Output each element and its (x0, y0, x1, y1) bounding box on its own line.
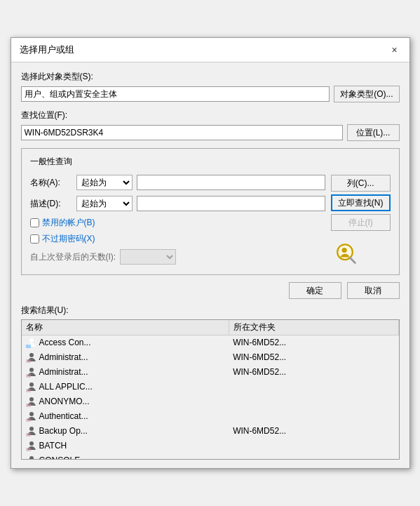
desc-query-row: 描述(D): 起始为 (30, 196, 325, 211)
table-cell-name: Administrat... (22, 350, 229, 365)
row-name-text: BATCH (39, 441, 67, 451)
table-cell-folder (229, 439, 398, 453)
table-row[interactable]: ALL APPLIC... (22, 380, 399, 394)
close-button[interactable]: × (388, 44, 401, 56)
location-label: 查找位置(F): (21, 109, 400, 121)
row-name-text: Administrat... (39, 367, 88, 377)
table-row[interactable]: Authenticat... (22, 409, 399, 424)
row-name-text: Administrat... (39, 352, 88, 362)
desc-query-label: 描述(D): (30, 198, 72, 210)
search-icon-area (331, 239, 359, 267)
row-name-text: ALL APPLIC... (39, 382, 93, 392)
table-row[interactable]: BATCH (22, 439, 399, 453)
name-query-input[interactable] (137, 175, 325, 190)
row-name-text: CONSOLE ... (39, 455, 90, 460)
user-icon (26, 440, 37, 451)
action-buttons-row: 确定 取消 (21, 282, 400, 299)
location-button[interactable]: 位置(L)... (347, 124, 400, 141)
svg-rect-8 (26, 374, 31, 378)
svg-rect-18 (26, 448, 31, 451)
svg-rect-6 (26, 359, 31, 363)
table-cell-name: ALL APPLIC... (22, 380, 229, 394)
svg-rect-4 (26, 345, 31, 348)
location-row: 位置(L)... (21, 124, 400, 141)
svg-rect-14 (26, 418, 31, 422)
results-table-wrapper[interactable]: 名称 所在文件夹 Access Con...WIN-6MD52... Admin… (21, 319, 400, 460)
table-cell-name: Administrat... (22, 365, 229, 380)
location-input[interactable] (21, 125, 343, 140)
user-icon (26, 337, 37, 348)
no-expire-row: 不过期密码(X) (30, 233, 325, 245)
search-now-button[interactable]: 立即查找(N) (331, 194, 391, 211)
columns-button[interactable]: 列(C)... (331, 175, 391, 192)
col-folder-header: 所在文件夹 (229, 320, 398, 335)
table-cell-folder: WIN-6MD52... (229, 424, 398, 439)
dialog-title: 选择用户或组 (20, 44, 74, 56)
table-row[interactable]: Access Con...WIN-6MD52... (22, 335, 399, 350)
row-name-text: Authenticat... (39, 411, 88, 421)
svg-point-11 (29, 397, 34, 401)
table-cell-folder (229, 453, 398, 460)
search-results-label: 搜索结果(U): (21, 305, 400, 317)
svg-point-1 (341, 248, 346, 253)
svg-point-3 (29, 338, 34, 342)
svg-point-5 (29, 353, 34, 357)
title-bar: 选择用户或组 × (11, 38, 409, 62)
select-user-group-dialog: 选择用户或组 × 选择此对象类型(S): 对象类型(O)... 查找位置(F):… (11, 37, 410, 469)
results-tbody: Access Con...WIN-6MD52... Administrat...… (22, 335, 399, 460)
svg-point-19 (29, 456, 34, 460)
dialog-body: 选择此对象类型(S): 对象类型(O)... 查找位置(F): 位置(L)...… (11, 62, 409, 468)
table-cell-name: Authenticat... (22, 409, 229, 424)
search-decorative-icon (332, 241, 358, 266)
svg-point-13 (29, 412, 34, 416)
name-condition-select[interactable]: 起始为 (76, 175, 133, 190)
table-cell-folder: WIN-6MD52... (229, 365, 398, 380)
table-cell-name: ANONYMO... (22, 394, 229, 409)
table-cell-name: BATCH (22, 439, 229, 453)
table-row[interactable]: ANONYMO... (22, 394, 399, 409)
query-fields: 名称(A): 起始为 描述(D): 起始为 (30, 175, 325, 267)
days-select[interactable] (120, 249, 176, 265)
table-row[interactable]: Backup Op...WIN-6MD52... (22, 424, 399, 439)
svg-rect-12 (26, 404, 31, 407)
general-query-title: 一般性查询 (30, 156, 391, 168)
object-type-input[interactable] (21, 86, 330, 102)
user-icon (26, 455, 37, 460)
stop-button[interactable]: 停止(I) (331, 214, 391, 231)
disabled-account-checkbox[interactable] (30, 218, 39, 227)
row-name-text: Backup Op... (39, 426, 88, 436)
table-cell-folder (229, 409, 398, 424)
query-inner: 名称(A): 起始为 描述(D): 起始为 (30, 175, 391, 267)
table-header-row: 名称 所在文件夹 (22, 320, 399, 335)
name-query-row: 名称(A): 起始为 (30, 175, 325, 190)
days-row: 自上次登录后的天数(I): (30, 249, 325, 265)
results-table: 名称 所在文件夹 Access Con...WIN-6MD52... Admin… (22, 320, 399, 460)
disabled-account-label[interactable]: 禁用的帐户(B) (42, 217, 95, 229)
user-icon (26, 366, 37, 378)
row-name-text: ANONYMO... (39, 397, 90, 406)
table-cell-folder (229, 380, 398, 394)
no-expire-checkbox[interactable] (30, 234, 39, 244)
svg-point-9 (29, 382, 34, 387)
cancel-button[interactable]: 取消 (347, 282, 400, 299)
ok-button[interactable]: 确定 (289, 282, 341, 299)
svg-rect-10 (26, 389, 31, 392)
col-name-header: 名称 (22, 320, 229, 335)
user-icon (26, 381, 37, 392)
object-type-button[interactable]: 对象类型(O)... (334, 86, 399, 102)
table-row[interactable]: Administrat...WIN-6MD52... (22, 365, 399, 380)
row-name-text: Access Con... (39, 338, 91, 347)
user-icon (26, 396, 37, 407)
desc-query-input[interactable] (137, 196, 325, 211)
object-type-row: 对象类型(O)... (21, 86, 400, 102)
table-row[interactable]: Administrat...WIN-6MD52... (22, 350, 399, 365)
table-cell-name: CONSOLE ... (22, 453, 229, 460)
svg-point-17 (29, 441, 34, 446)
no-expire-label[interactable]: 不过期密码(X) (42, 233, 95, 245)
table-cell-name: Access Con... (22, 335, 229, 350)
table-cell-folder: WIN-6MD52... (229, 350, 398, 365)
table-row[interactable]: CONSOLE ... (22, 453, 399, 460)
desc-condition-select[interactable]: 起始为 (76, 196, 133, 211)
user-icon (26, 425, 37, 437)
table-cell-name: Backup Op... (22, 424, 229, 439)
